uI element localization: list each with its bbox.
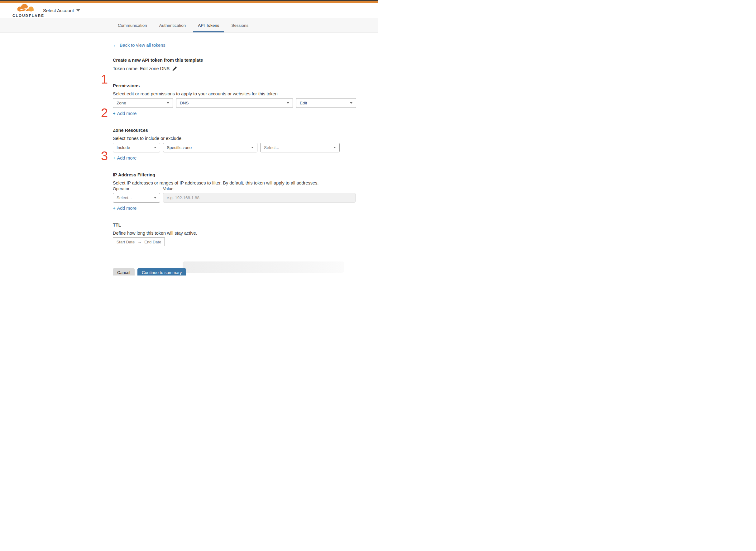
permissions-heading: Permissions (113, 83, 356, 89)
operator-label: Operator (113, 186, 163, 192)
tab-authentication[interactable]: Authentication (154, 18, 191, 32)
ip-operator-select[interactable]: Select... (113, 193, 160, 202)
select-caret-icon (333, 147, 336, 148)
permission-level-select[interactable]: Edit (296, 98, 356, 108)
footer-buttons: Cancel Continue to summary (113, 268, 356, 276)
left-arrow-icon: ← (113, 43, 118, 47)
select-caret-icon (154, 197, 156, 198)
end-date-label: End Date (144, 240, 161, 244)
permissions-section: Permissions Select edit or read permissi… (113, 83, 356, 116)
select-caret-icon (154, 147, 156, 148)
plus-icon: + (113, 155, 115, 161)
main-content: 1 2 3 ← Back to view all tokens Create a… (113, 43, 356, 276)
cloudflare-wordmark: CLOUDFLARE (12, 14, 39, 17)
ttl-description: Define how long this token will stay act… (113, 230, 356, 236)
zone-resources-heading: Zone Resources (113, 127, 356, 133)
permissions-row: Zone DNS Edit (113, 98, 356, 108)
ip-filtering-add-more-link[interactable]: + Add more (113, 205, 356, 211)
start-date-label: Start Date (116, 240, 135, 244)
select-caret-icon (350, 102, 352, 104)
cloudflare-cloud-icon (14, 4, 38, 13)
tab-bar: Communication Authentication API Tokens … (0, 18, 378, 33)
zone-name-select[interactable]: Select... (260, 143, 340, 152)
cloudflare-logo[interactable]: CLOUDFLARE (12, 4, 39, 17)
zone-resources-description: Select zones to include or exclude. (113, 135, 356, 141)
value-label: Value (163, 186, 173, 192)
select-caret-icon (251, 147, 254, 148)
zone-resources-section: Zone Resources Select zones to include o… (113, 127, 356, 161)
permissions-description: Select edit or read permissions to apply… (113, 91, 356, 97)
select-caret-icon (167, 102, 169, 104)
plus-icon: + (113, 205, 115, 211)
ttl-date-range-picker[interactable]: Start Date → End Date (113, 237, 165, 246)
back-link-label: Back to view all tokens (120, 43, 165, 48)
edit-pencil-icon[interactable] (172, 66, 177, 71)
right-arrow-icon: → (137, 240, 141, 244)
tab-api-tokens[interactable]: API Tokens (193, 18, 224, 32)
ip-filtering-row: Select... (113, 193, 356, 202)
annotation-step-1: 1 (101, 73, 108, 85)
page-title: Create a new API token from this templat… (113, 57, 356, 63)
ip-value-input[interactable] (163, 193, 355, 202)
ip-filtering-section: IP Address Filtering Select IP addresses… (113, 172, 356, 211)
token-name-row: Token name: Edit zone DNS (113, 65, 356, 72)
permission-item-select[interactable]: DNS (176, 98, 293, 108)
cancel-button[interactable]: Cancel (113, 268, 135, 276)
ip-filtering-description: Select IP addresses or ranges of IP addr… (113, 180, 356, 186)
permission-scope-select[interactable]: Zone (113, 98, 173, 108)
ip-filtering-heading: IP Address Filtering (113, 172, 356, 178)
annotation-step-2: 2 (101, 107, 108, 119)
ttl-heading: TTL (113, 222, 356, 228)
tab-sessions[interactable]: Sessions (226, 18, 253, 32)
back-to-tokens-link[interactable]: ← Back to view all tokens (113, 43, 356, 48)
continue-to-summary-button[interactable]: Continue to summary (137, 268, 186, 276)
permissions-add-more-link[interactable]: + Add more (113, 110, 356, 116)
zone-resources-row: Include Specific zone Select... (113, 143, 356, 152)
tab-communication[interactable]: Communication (113, 18, 152, 32)
annotation-step-3: 3 (101, 150, 108, 162)
header: CLOUDFLARE Select Account (0, 3, 378, 18)
ttl-section: TTL Define how long this token will stay… (113, 222, 356, 246)
title-section: Create a new API token from this templat… (113, 57, 356, 72)
plus-icon: + (113, 110, 115, 116)
account-selector-dropdown[interactable]: Select Account (43, 3, 80, 18)
select-caret-icon (287, 102, 289, 104)
account-selector-label: Select Account (43, 8, 74, 13)
zone-type-select[interactable]: Specific zone (163, 143, 257, 152)
token-name-label: Token name: Edit zone DNS (113, 65, 169, 72)
zone-include-exclude-select[interactable]: Include (113, 143, 160, 152)
ip-filtering-labels: Operator Value (113, 186, 356, 192)
zone-resources-add-more-link[interactable]: + Add more (113, 155, 356, 161)
chevron-down-icon (76, 9, 80, 12)
